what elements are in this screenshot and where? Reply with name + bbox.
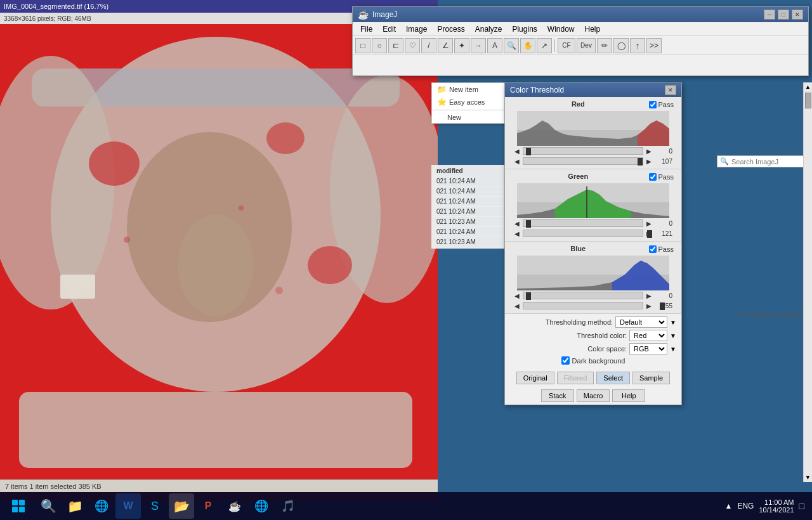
green-sl1-thumb[interactable] (526, 220, 531, 228)
line-tool[interactable]: / (421, 38, 436, 53)
fe-new-item[interactable]: 📁 New item (432, 83, 513, 96)
color-space-arrow[interactable]: ▼ (670, 346, 676, 353)
green-sl1-right[interactable]: ▶ (646, 220, 652, 227)
green-sl2-track[interactable] (523, 230, 643, 237)
stack-button[interactable]: Stack (541, 389, 574, 402)
blue-sl2-thumb[interactable] (660, 302, 665, 310)
fe-easy-access[interactable]: ⭐ Easy acces (432, 96, 513, 108)
oval-tool[interactable]: ○ (372, 38, 387, 53)
blue-sl1-left[interactable]: ◀ (514, 292, 520, 299)
red-sl1-thumb[interactable] (526, 148, 531, 155)
taskbar-lang[interactable]: ENG (737, 502, 754, 510)
search-box[interactable]: 🔍 (717, 155, 806, 167)
green-sl1-track[interactable] (523, 219, 643, 227)
taskbar-app2[interactable]: 🎵 (275, 493, 301, 519)
eraser-tool[interactable]: ↑ (630, 38, 645, 53)
blue-sl1-right[interactable]: ▶ (646, 292, 652, 299)
red-sl1-right[interactable]: ▶ (646, 148, 652, 155)
green-sl1-left[interactable]: ◀ (514, 220, 520, 227)
green-pass-checkbox[interactable] (649, 173, 657, 181)
scroll-thumb[interactable] (805, 93, 811, 108)
green-sl2-thumb[interactable] (647, 230, 652, 238)
blue-pass-check[interactable]: Pass (646, 244, 676, 254)
polygon-tool[interactable]: ⊏ (388, 38, 403, 53)
red-pass-checkbox[interactable] (649, 101, 657, 108)
magnifier-tool[interactable]: 🔍 (504, 38, 519, 53)
red-sl2-right[interactable]: ▶ (646, 158, 652, 165)
menu-help[interactable]: Help (580, 23, 606, 35)
rect-tool[interactable]: □ (355, 38, 370, 53)
ct-close[interactable]: ✕ (665, 85, 676, 95)
text-tool[interactable]: A (487, 38, 502, 53)
thresholding-method-select[interactable]: Default Huang Intermodes (615, 316, 667, 328)
imagej-window[interactable]: ☕ ImageJ ─ □ ✕ File Edit Image Process A… (352, 6, 809, 76)
menu-image[interactable]: Image (401, 23, 432, 35)
green-sl2-left[interactable]: ◀ (514, 230, 520, 237)
pencil-tool[interactable]: ✏ (597, 38, 612, 53)
taskbar-edge[interactable]: 🌐 (89, 493, 114, 519)
taskbar-powerpoint[interactable]: P (195, 493, 221, 519)
thresholding-method-arrow[interactable]: ▼ (670, 319, 676, 326)
red-sl1-left[interactable]: ◀ (514, 148, 520, 155)
green-pass-check[interactable]: Pass (646, 172, 676, 182)
original-button[interactable]: Original (516, 372, 554, 384)
taskbar-files[interactable]: 📁 (62, 493, 88, 519)
blue-sl2-right[interactable]: ▶ (646, 302, 652, 309)
taskbar-java[interactable]: ☕ (222, 493, 247, 519)
taskbar-skype[interactable]: S (142, 493, 167, 519)
blue-sl2-left[interactable]: ◀ (514, 302, 520, 309)
timestamp-2: 021 10:24 AM (431, 186, 514, 197)
red-sl2-track[interactable] (523, 157, 643, 165)
taskbar-word[interactable]: W (115, 493, 141, 519)
menu-plugins[interactable]: Plugins (507, 23, 542, 35)
taskbar-chevron-up[interactable]: ▲ (725, 502, 733, 510)
blue-sl2-track[interactable] (523, 302, 643, 309)
threshold-color-select[interactable]: Red Blue Green Black (629, 330, 667, 341)
fe-new[interactable]: New (432, 112, 513, 123)
taskbar-explorer-active[interactable]: 📂 (169, 493, 194, 519)
menu-edit[interactable]: Edit (377, 23, 401, 35)
brush-tool[interactable]: ◯ (613, 38, 629, 53)
dev-tool[interactable]: Dev (577, 38, 596, 53)
filtered-button[interactable]: Filtered (557, 372, 594, 384)
close-button[interactable]: ✕ (792, 10, 803, 20)
blue-pass-checkbox[interactable] (649, 245, 657, 253)
right-scrollbar[interactable]: ▲ ▼ (803, 82, 812, 482)
more-tools[interactable]: >> (646, 38, 662, 53)
select-button[interactable]: Select (596, 372, 630, 384)
minimize-button[interactable]: ─ (764, 10, 775, 20)
cf-tool[interactable]: CF (558, 38, 575, 53)
scrolling-tool[interactable]: ✋ (520, 38, 535, 53)
start-button[interactable] (3, 493, 34, 519)
taskbar-notification[interactable]: □ (799, 501, 804, 511)
red-pass-check[interactable]: Pass (646, 100, 676, 110)
point-tool[interactable]: ✦ (454, 38, 469, 53)
macro-button[interactable]: Macro (577, 389, 610, 402)
threshold-color-arrow[interactable]: ▼ (670, 332, 676, 339)
color-space-select[interactable]: RGB HSB Lab YCbCr (629, 343, 667, 354)
menu-file[interactable]: File (355, 23, 377, 35)
angle-tool[interactable]: ∠ (438, 38, 453, 53)
help-button[interactable]: Help (612, 389, 645, 402)
menu-analyze[interactable]: Analyze (470, 23, 508, 35)
sample-button[interactable]: Sample (632, 372, 670, 384)
taskbar-chrome[interactable]: 🌐 (249, 493, 274, 519)
green-channel-title: Green (510, 172, 646, 180)
blue-sl1-track[interactable] (523, 292, 643, 299)
menu-process[interactable]: Process (432, 23, 469, 35)
dark-background-checkbox[interactable] (561, 356, 570, 365)
freehand-tool[interactable]: ♡ (405, 38, 420, 53)
red-sl2-left[interactable]: ◀ (514, 158, 520, 165)
search-input[interactable] (731, 158, 795, 166)
maximize-button[interactable]: □ (778, 10, 789, 20)
blue-sl1-thumb[interactable] (526, 292, 531, 300)
scroll-down-arrow[interactable]: ▼ (804, 474, 812, 481)
red-sl1-track[interactable] (523, 147, 643, 155)
taskbar-search[interactable]: 🔍 (36, 493, 61, 519)
modified-header: modified (431, 166, 514, 176)
dropper-tool[interactable]: ↗ (537, 38, 552, 53)
red-sl2-thumb[interactable] (638, 158, 643, 166)
menu-window[interactable]: Window (542, 23, 580, 35)
scroll-up-arrow[interactable]: ▲ (804, 82, 812, 91)
wand-tool[interactable]: → (471, 38, 486, 53)
